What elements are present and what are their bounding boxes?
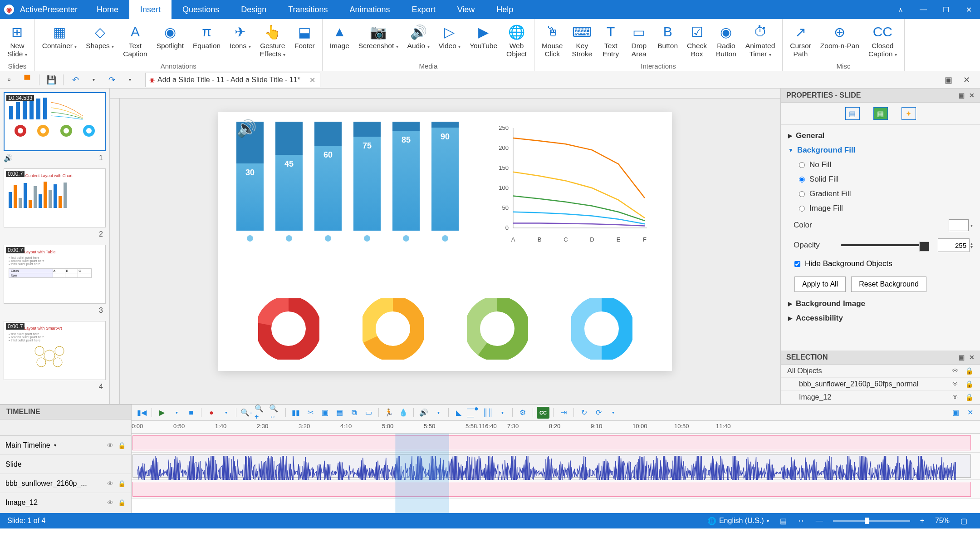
- section-bg-image[interactable]: ▶Background Image: [788, 296, 973, 311]
- tl-zoom-fit-icon[interactable]: 🔍↔: [269, 407, 282, 419]
- ribbon-web-object-button[interactable]: 🌐WebObject: [502, 21, 531, 61]
- tl-ungroup-icon[interactable]: ▤: [333, 407, 346, 419]
- sel-item-1[interactable]: Image_12👁🔒: [781, 391, 980, 404]
- zoom-in-icon[interactable]: +: [920, 517, 924, 525]
- status-language[interactable]: 🌐English (U.S.)▾: [707, 517, 769, 525]
- track-row-image[interactable]: [132, 480, 980, 499]
- opacity-input[interactable]: [938, 238, 970, 252]
- undo-icon[interactable]: ↶: [67, 73, 83, 87]
- minimize-icon[interactable]: —: [912, 0, 935, 19]
- ribbon-button-button[interactable]: BButton: [653, 21, 682, 61]
- eye-icon[interactable]: 👁: [107, 442, 113, 449]
- eye-icon[interactable]: 👁: [952, 393, 959, 401]
- donut-1[interactable]: [258, 298, 319, 360]
- tl-play-caret-icon[interactable]: ▾: [170, 407, 183, 419]
- color-caret-icon[interactable]: ▾: [970, 223, 973, 228]
- ribbon-cursor-path-button[interactable]: ↗CursorPath: [785, 21, 816, 61]
- ribbon-closed-caption-button[interactable]: CCClosedCaption ▾: [864, 21, 902, 61]
- tl-bars-caret-icon[interactable]: ▾: [496, 407, 509, 419]
- ribbon-footer-button[interactable]: ⬓Footer: [290, 21, 319, 61]
- tl-stop-icon[interactable]: ■: [185, 407, 197, 419]
- sel-close-icon[interactable]: ✕: [969, 354, 975, 361]
- speaker-icon[interactable]: 🔊: [236, 119, 257, 138]
- section-background-fill[interactable]: ▼Background Fill: [788, 143, 973, 158]
- ribbon-audio-button[interactable]: 🔊Audio ▾: [403, 21, 434, 61]
- new-file-icon[interactable]: ▫: [1, 73, 17, 87]
- eye-icon[interactable]: 👁: [107, 480, 113, 487]
- tl-snap-icon[interactable]: ▮▮: [289, 407, 302, 419]
- tl-bars-icon[interactable]: ║║: [481, 407, 494, 419]
- donut-3[interactable]: [467, 298, 528, 360]
- sel-dock-icon[interactable]: ▣: [959, 354, 965, 361]
- restore-panel-icon[interactable]: ▣: [940, 73, 956, 87]
- ribbon-equation-button[interactable]: πEquation: [188, 21, 225, 61]
- tab-animations[interactable]: Animations: [339, 0, 401, 19]
- lock-icon[interactable]: 🔒: [965, 367, 974, 375]
- tl-cc-icon[interactable]: CC: [537, 407, 549, 419]
- tl-split-icon[interactable]: ✂: [304, 407, 317, 419]
- ribbon-icons-button[interactable]: ✈Icons ▾: [225, 21, 255, 61]
- save-icon[interactable]: 💾: [43, 73, 59, 87]
- redo-caret-icon[interactable]: ▾: [122, 73, 138, 87]
- thumb-4[interactable]: 0:00.7Content Layout with SmartArt• firs…: [4, 321, 106, 380]
- ribbon-image-button[interactable]: ▲Image: [325, 21, 354, 61]
- radio-no-fill[interactable]: No Fill: [788, 158, 973, 172]
- radio-image-fill[interactable]: Image Fill: [788, 201, 973, 216]
- zoom-slider[interactable]: [833, 520, 910, 522]
- view-fit-icon[interactable]: ↔: [798, 517, 805, 525]
- tl-play-icon[interactable]: ▶: [156, 407, 168, 419]
- tl-fill-icon[interactable]: ▭: [362, 407, 375, 419]
- tl-drop-icon[interactable]: 💧: [397, 407, 410, 419]
- ribbon-container-button[interactable]: ▦Container ▾: [38, 21, 82, 61]
- track-row-slide[interactable]: [132, 434, 980, 453]
- panel-dock-icon[interactable]: ▣: [959, 92, 965, 99]
- bar-chart[interactable]: 304560758590: [236, 119, 486, 251]
- canvas-area[interactable]: 🔊 304560758590 050100150200250ABCDEF Mac…: [110, 89, 780, 404]
- donut-2[interactable]: [363, 298, 424, 360]
- tl-record-caret-icon[interactable]: ▾: [220, 407, 232, 419]
- donut-4[interactable]: [571, 298, 632, 360]
- tab-view[interactable]: View: [446, 0, 486, 19]
- maximize-icon[interactable]: ☐: [935, 0, 957, 19]
- ribbon-radio-button-button[interactable]: ◉RadioButton: [711, 21, 741, 61]
- thumb-3[interactable]: 0:00.7Content Layout with Table• first b…: [4, 245, 106, 304]
- tab-transitions[interactable]: Transitions: [277, 0, 338, 19]
- tl-volume-caret-icon[interactable]: ▾: [432, 407, 445, 419]
- tl-marker-icon[interactable]: 🏃: [382, 407, 395, 419]
- tab-insert[interactable]: Insert: [129, 0, 172, 19]
- prop-tab-style-icon[interactable]: ▦: [873, 107, 888, 120]
- ribbon-screenshot-button[interactable]: 📷Screenshot ▾: [354, 21, 403, 61]
- ribbon-gesture-effects-button[interactable]: 👆GestureEffects ▾: [255, 21, 290, 61]
- ribbon-shapes-button[interactable]: ◇Shapes ▾: [81, 21, 118, 61]
- eye-icon[interactable]: 👁: [952, 380, 959, 388]
- tl-reload-caret-icon[interactable]: ▾: [607, 407, 619, 419]
- view-normal-icon[interactable]: ▤: [780, 517, 787, 525]
- lock-icon[interactable]: 🔒: [118, 442, 126, 449]
- tab-help[interactable]: Help: [485, 0, 524, 19]
- zoom-out-icon[interactable]: —: [816, 517, 823, 525]
- timeline-main-select[interactable]: Main Timeline▾ 👁🔒: [0, 436, 131, 455]
- line-chart[interactable]: 050100150200250ABCDEF: [495, 119, 649, 251]
- tl-reload-icon[interactable]: ⟳: [592, 407, 605, 419]
- reset-bg-button[interactable]: Reset Background: [851, 276, 926, 292]
- lock-icon[interactable]: 🔒: [118, 480, 126, 487]
- radio-gradient-fill[interactable]: Gradient Fill: [788, 187, 973, 201]
- ribbon-key-stroke-button[interactable]: ⌨KeyStroke: [567, 21, 597, 61]
- ribbon-toggle-icon[interactable]: ⋏: [889, 0, 912, 19]
- tl-record-icon[interactable]: ●: [205, 407, 218, 419]
- close-panel-icon[interactable]: ✕: [958, 73, 975, 87]
- tl-dock-icon[interactable]: ▣: [949, 407, 962, 419]
- tl-slider-icon[interactable]: —●—: [467, 407, 480, 419]
- tl-close-icon[interactable]: ✕: [964, 407, 976, 419]
- undo-caret-icon[interactable]: ▾: [85, 73, 102, 87]
- radio-solid-fill[interactable]: Solid Fill: [788, 172, 973, 187]
- ribbon-mouse-click-button[interactable]: 🖱MouseClick: [537, 21, 568, 61]
- ribbon-youtube-button[interactable]: ▶YouTube: [465, 21, 502, 61]
- timeline-tracks[interactable]: ▮◀ ▶ ▾ ■ ● ▾ 🔍- 🔍+ 🔍↔ ▮▮ ✂ ▣ ▤ ⧉ ▭ 🏃 💧 🔊…: [132, 405, 980, 513]
- tab-home[interactable]: Home: [86, 0, 129, 19]
- tab-questions[interactable]: Questions: [172, 0, 230, 19]
- ribbon-animated-timer-button[interactable]: ⏱AnimatedTimer ▾: [741, 21, 779, 61]
- tl-align-icon[interactable]: ⇥: [557, 407, 570, 419]
- tl-volume-icon[interactable]: 🔊: [417, 407, 430, 419]
- ribbon-check-box-button[interactable]: ☑CheckBox: [682, 21, 711, 61]
